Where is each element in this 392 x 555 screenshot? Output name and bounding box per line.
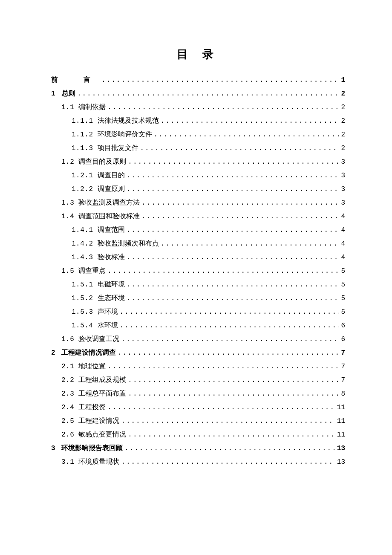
toc-entry-number: 1.5.2 bbox=[72, 295, 93, 302]
toc-entry: 1.5调查重点.................................… bbox=[51, 264, 345, 278]
toc-entry: 1.1.1法律法规及技术规范..........................… bbox=[51, 114, 345, 127]
toc-leader-dots: ........................................… bbox=[127, 172, 340, 179]
toc-title: 目 录 bbox=[51, 47, 345, 62]
toc-entry: 1总则.....................................… bbox=[51, 87, 345, 100]
toc-entry-page: 2 bbox=[341, 104, 345, 111]
toc-entry-number: 3 bbox=[51, 445, 55, 452]
toc-leader-dots: ........................................… bbox=[127, 254, 340, 261]
toc-entry-label: 法律法规及技术规范 bbox=[98, 117, 159, 124]
toc-leader-dots: ........................................… bbox=[127, 281, 340, 288]
toc-leader-dots: ........................................… bbox=[118, 350, 339, 356]
toc-leader-dots: ........................................… bbox=[161, 118, 340, 124]
toc-entry-label: 验收调查工况 bbox=[78, 335, 119, 342]
toc-leader-dots: ........................................… bbox=[140, 145, 340, 152]
toc-entry-label: 调查重点 bbox=[78, 267, 106, 274]
toc-entry-label: 敏感点变更情况 bbox=[78, 431, 126, 438]
toc-entry: 1.1.3项目批复文件.............................… bbox=[51, 141, 345, 155]
toc-entry-page: 6 bbox=[341, 322, 345, 329]
toc-entry: 1.2.2调查原则...............................… bbox=[51, 182, 345, 196]
toc-entry-page: 5 bbox=[341, 309, 345, 315]
toc-entry-label: 项目批复文件 bbox=[98, 145, 138, 151]
toc-entry-number: 2.1 bbox=[61, 363, 74, 370]
toc-leader-dots: ........................................… bbox=[121, 459, 335, 465]
toc-entry-page: 4 bbox=[341, 254, 345, 261]
toc-entry-label: 环境影响评价文件 bbox=[98, 131, 152, 138]
toc-entry-number: 1.1.3 bbox=[72, 145, 93, 152]
toc-entry-page: 4 bbox=[341, 227, 345, 234]
toc-entry-page: 11 bbox=[337, 404, 345, 411]
toc-entry-label: 编制依据 bbox=[78, 104, 106, 110]
toc-entry-page: 13 bbox=[337, 459, 345, 465]
toc-entry-number: 1.5.3 bbox=[72, 309, 93, 315]
toc-entry-number: 2 bbox=[51, 350, 55, 356]
toc-entry-label: 调查范围 bbox=[98, 226, 125, 233]
document-page: 目 录 前 言.................................… bbox=[0, 0, 392, 555]
toc-leader-dots: ........................................… bbox=[161, 240, 340, 247]
toc-leader-dots: ........................................… bbox=[141, 213, 339, 220]
toc-entry: 1.3验收监测及调查方法............................… bbox=[51, 196, 345, 209]
toc-entry: 1.1.2环境影响评价文件...........................… bbox=[51, 127, 345, 141]
toc-entry-number: 1.2.2 bbox=[72, 186, 93, 193]
toc-entry-number: 2.5 bbox=[61, 418, 74, 425]
toc-entry-page: 5 bbox=[341, 268, 345, 275]
toc-entry-number: 1.2.1 bbox=[72, 172, 93, 179]
toc-entry: 3.1环境质量现状...............................… bbox=[51, 455, 345, 468]
toc-entry-label: 验收监测及调查方法 bbox=[78, 199, 140, 206]
toc-entry-page: 2 bbox=[341, 90, 345, 97]
toc-entry-number: 2.3 bbox=[61, 390, 74, 397]
toc-entry-number: 1.1.1 bbox=[72, 118, 93, 124]
toc-entry: 2.5工程建设情况...............................… bbox=[51, 414, 345, 428]
toc-entry-label: 验收监测频次和布点 bbox=[98, 240, 159, 247]
toc-entry-label: 验收标准 bbox=[98, 254, 125, 260]
toc-entry: 1.2.1调查目的...............................… bbox=[51, 168, 345, 182]
toc-entry-number: 1.4.3 bbox=[72, 254, 93, 261]
toc-entry-page: 2 bbox=[341, 145, 345, 152]
toc-entry: 1.4.2验收监测频次和布点..........................… bbox=[51, 237, 345, 250]
toc-entry: 1.4调查范围和验收标准............................… bbox=[51, 209, 345, 223]
toc-entry-page: 11 bbox=[337, 431, 345, 438]
toc-leader-dots: ........................................… bbox=[107, 268, 339, 275]
toc-entry-label: 电磁环境 bbox=[98, 281, 125, 288]
toc-entry-number: 1.5 bbox=[61, 268, 74, 275]
toc-entry: 2.1地理位置.................................… bbox=[51, 359, 345, 373]
toc-leader-dots: ........................................… bbox=[128, 159, 339, 165]
toc-entry-number: 1.5.4 bbox=[72, 322, 93, 329]
toc-entry-page: 5 bbox=[341, 281, 345, 288]
toc-entry: 1.5.4水环境................................… bbox=[51, 318, 345, 332]
table-of-contents: 前 言.....................................… bbox=[51, 73, 345, 468]
toc-entry-page: 4 bbox=[341, 213, 345, 220]
toc-entry: 2.6敏感点变更情况..............................… bbox=[51, 428, 345, 441]
toc-entry-label: 生态环境 bbox=[98, 295, 125, 301]
toc-entry-page: 7 bbox=[341, 350, 345, 356]
toc-entry-page: 11 bbox=[337, 418, 345, 425]
toc-entry-page: 6 bbox=[341, 336, 345, 343]
toc-entry-page: 2 bbox=[341, 118, 345, 124]
toc-entry-page: 7 bbox=[341, 377, 345, 384]
toc-entry-page: 3 bbox=[341, 159, 345, 165]
toc-leader-dots: ........................................… bbox=[101, 77, 339, 84]
toc-entry-number: 2.2 bbox=[61, 377, 74, 384]
toc-leader-dots: ........................................… bbox=[107, 363, 339, 370]
toc-leader-dots: ........................................… bbox=[128, 431, 335, 438]
toc-entry-number: 1 bbox=[51, 90, 55, 97]
toc-entry-number: 2.6 bbox=[61, 431, 74, 438]
toc-entry-label: 工程总平面布置 bbox=[78, 390, 126, 397]
toc-leader-dots: ........................................… bbox=[107, 404, 335, 411]
toc-entry-page: 3 bbox=[341, 199, 345, 206]
toc-entry-label: 调查目的及原则 bbox=[78, 158, 126, 165]
toc-entry-label: 环境质量现状 bbox=[78, 458, 119, 465]
toc-entry-page: 2 bbox=[341, 131, 345, 138]
toc-leader-dots: ........................................… bbox=[120, 322, 340, 329]
toc-entry-label: 工程投资 bbox=[78, 404, 106, 410]
toc-entry-page: 1 bbox=[341, 77, 345, 84]
toc-leader-dots: ........................................… bbox=[128, 377, 339, 384]
toc-entry-page: 13 bbox=[337, 445, 345, 452]
toc-leader-dots: ........................................… bbox=[128, 390, 339, 397]
toc-entry: 2工程建设情况调查...............................… bbox=[51, 346, 345, 359]
toc-leader-dots: ........................................… bbox=[127, 227, 340, 234]
toc-entry: 1.4.3验收标准...............................… bbox=[51, 250, 345, 264]
toc-entry-number: 1.4.1 bbox=[72, 227, 93, 234]
toc-entry-page: 3 bbox=[341, 172, 345, 179]
toc-entry-page: 7 bbox=[341, 363, 345, 370]
toc-leader-dots: ........................................… bbox=[127, 186, 340, 193]
